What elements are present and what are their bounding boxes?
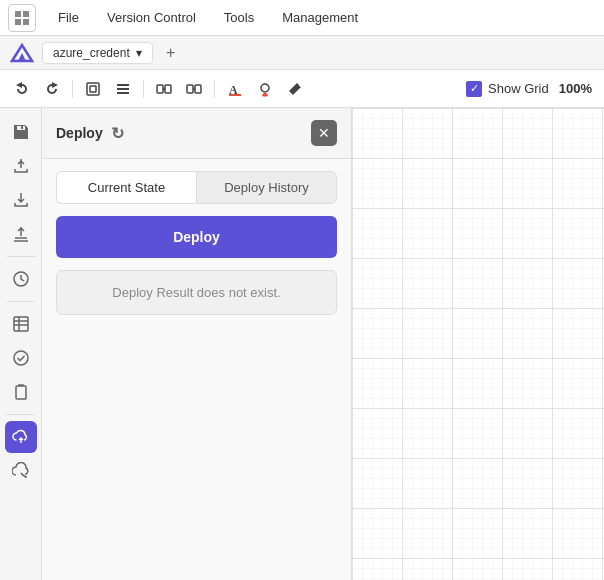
show-grid-checkbox[interactable]: [466, 81, 482, 97]
deploy-button[interactable]: Deploy: [56, 216, 337, 258]
sidebar: [0, 108, 42, 580]
tab-current-state[interactable]: Current State: [56, 171, 196, 204]
svg-rect-8: [117, 84, 129, 86]
menu-bar: File Version Control Tools Management: [0, 0, 604, 36]
svg-rect-1: [23, 11, 29, 17]
menu-logo-button[interactable]: [8, 4, 36, 32]
version-control-menu[interactable]: Version Control: [101, 6, 202, 29]
deploy-result-text: Deploy Result does not exist.: [112, 285, 280, 300]
svg-rect-26: [16, 386, 26, 399]
svg-rect-12: [165, 85, 171, 93]
frame-button[interactable]: [79, 75, 107, 103]
grid-overlay: [352, 108, 604, 580]
add-tab-button[interactable]: +: [159, 41, 183, 65]
show-grid-label: Show Grid: [488, 81, 549, 96]
toolbar-separator-2: [143, 80, 144, 98]
panel-title-text: Deploy: [56, 125, 103, 141]
svg-rect-2: [15, 19, 21, 25]
svg-rect-0: [15, 11, 21, 17]
brand-logo: [8, 39, 36, 67]
tab-deploy-history[interactable]: Deploy History: [196, 171, 337, 204]
show-grid-area: Show Grid: [466, 81, 549, 97]
sidebar-download[interactable]: [5, 184, 37, 216]
canvas-area[interactable]: [352, 108, 604, 580]
panel-header: Deploy ↻ ✕: [42, 108, 351, 159]
svg-rect-29: [352, 108, 604, 580]
svg-rect-18: [229, 94, 241, 96]
svg-rect-10: [117, 92, 129, 94]
management-menu[interactable]: Management: [276, 6, 364, 29]
deploy-result-box: Deploy Result does not exist.: [56, 270, 337, 315]
svg-rect-7: [90, 86, 96, 92]
sidebar-cloud[interactable]: [5, 455, 37, 487]
svg-point-19: [261, 84, 269, 92]
redo-button[interactable]: [38, 75, 66, 103]
sidebar-cloud-upload[interactable]: [5, 421, 37, 453]
sidebar-separator-3: [7, 414, 35, 415]
list-button[interactable]: [109, 75, 137, 103]
panel-tabs: Current State Deploy History: [42, 159, 351, 216]
tools-menu[interactable]: Tools: [218, 6, 260, 29]
sidebar-check[interactable]: [5, 342, 37, 374]
sidebar-upload[interactable]: [5, 218, 37, 250]
svg-rect-3: [23, 19, 29, 25]
svg-rect-11: [157, 85, 163, 93]
panel-title-area: Deploy ↻: [56, 124, 124, 143]
sidebar-save[interactable]: [5, 116, 37, 148]
azure-credent-tab[interactable]: azure_credent ▾: [42, 42, 153, 64]
group-button[interactable]: [150, 75, 178, 103]
panel-close-button[interactable]: ✕: [311, 120, 337, 146]
svg-rect-6: [87, 83, 99, 95]
main-content: Deploy ↻ ✕ Current State Deploy History …: [0, 108, 604, 580]
svg-point-25: [14, 351, 28, 365]
sidebar-separator-2: [7, 301, 35, 302]
svg-marker-5: [18, 53, 26, 61]
toolbar-separator-1: [72, 80, 73, 98]
toolbar-separator-3: [214, 80, 215, 98]
svg-rect-15: [195, 85, 201, 93]
zoom-level: 100%: [559, 81, 592, 96]
sidebar-history[interactable]: [5, 263, 37, 295]
svg-rect-9: [117, 88, 129, 90]
sidebar-clipboard[interactable]: [5, 376, 37, 408]
paint-button[interactable]: [281, 75, 309, 103]
panel-refresh-icon[interactable]: ↻: [111, 124, 124, 143]
sidebar-export[interactable]: [5, 150, 37, 182]
sidebar-table[interactable]: [5, 308, 37, 340]
fill-color-button[interactable]: [251, 75, 279, 103]
ungroup-button[interactable]: [180, 75, 208, 103]
svg-rect-21: [14, 317, 28, 331]
sidebar-separator-1: [7, 256, 35, 257]
tab-bar: azure_credent ▾ +: [0, 36, 604, 70]
tab-dropdown-icon: ▾: [136, 46, 142, 60]
svg-point-27: [25, 476, 27, 478]
toolbar: A Show Grid 100%: [0, 70, 604, 108]
deploy-panel: Deploy ↻ ✕ Current State Deploy History …: [42, 108, 352, 580]
file-menu[interactable]: File: [52, 6, 85, 29]
font-color-button[interactable]: A: [221, 75, 249, 103]
undo-button[interactable]: [8, 75, 36, 103]
svg-rect-14: [187, 85, 193, 93]
tab-label: azure_credent: [53, 46, 130, 60]
